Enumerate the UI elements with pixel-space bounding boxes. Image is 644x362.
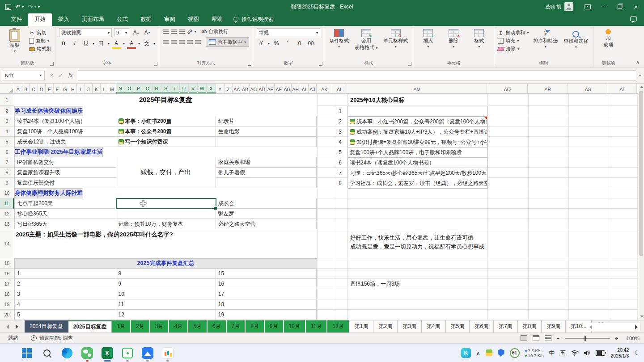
sheet-cell[interactable]: 成长会12讲，过钱关 [14,137,116,147]
wechat-button[interactable] [81,347,93,359]
copy-button[interactable]: 复制▾ [29,38,51,44]
scroll-right-icon[interactable] [635,325,638,329]
font-size-select[interactable]: 9▾ [114,28,129,37]
column-header[interactable]: A [14,84,22,93]
column-header[interactable]: AQ [487,84,528,93]
sheet-tab[interactable]: 第1周 [350,320,374,333]
restore-button[interactable] [612,0,628,13]
sheet-cell[interactable]: 复盘100讲，个人品牌100讲 [14,126,116,137]
speed-ball-icon[interactable]: 61 [510,348,520,358]
category-header-cell[interactable]: 工作事业 [14,147,38,157]
row-header[interactable]: 1 [0,94,14,106]
addins-button[interactable]: 加载项 [597,28,619,48]
zoom-slider[interactable] [565,338,610,339]
column-header[interactable]: E [46,84,54,93]
column-header[interactable]: Y [216,84,225,93]
column-header[interactable]: AA [233,84,241,93]
scroll-left-icon[interactable] [589,325,592,329]
summary-table-row[interactable]: 1815 [14,269,317,279]
horizontal-scroll-thumb[interactable] [594,323,633,331]
taskbar-search-button[interactable] [41,347,53,359]
column-header[interactable]: Q [143,84,152,93]
sheet-tab[interactable]: 第9周 [542,320,566,333]
zoom-level[interactable]: 100% [623,336,640,341]
avatar[interactable] [564,2,573,11]
quote-cell[interactable]: 好好工作，快乐生活，用心复盘，让生命有迹可循 成功既是爱，爱是一切原动力，祝福所… [350,233,484,251]
column-header[interactable]: G [61,84,69,93]
row-header[interactable]: 6 [0,147,14,157]
page-layout-view-button[interactable] [533,335,539,341]
row-header[interactable]: 12 [0,209,14,219]
dialog-launcher-icon[interactable] [154,62,157,66]
italic-button[interactable]: I [70,39,79,47]
cloud-app-button[interactable] [141,347,153,359]
column-header[interactable]: AE [267,84,275,93]
battery-icon[interactable] [596,350,605,356]
selected-cell-N11[interactable] [116,198,216,209]
dialog-launcher-icon[interactable] [319,62,322,66]
scroll-up-icon[interactable] [640,86,644,88]
sheet-tab[interactable]: 8月 [246,320,265,333]
sheet-cell[interactable] [116,209,216,219]
goal-number-cell[interactable]: 1 [333,106,347,116]
sheet-tab[interactable]: 第7周 [494,320,518,333]
delete-cells-button[interactable]: × 删除▾ [442,28,465,50]
summary-table-row[interactable]: 31017 [14,289,317,299]
row-header[interactable]: 8 [0,168,14,178]
select-all-corner[interactable] [0,84,14,93]
increase-font-icon[interactable]: A▴ [131,29,140,37]
align-right-icon[interactable] [179,40,185,44]
sheet-tab[interactable]: 第2周 [373,320,398,333]
column-header[interactable]: M [108,84,116,93]
column-header[interactable]: AB [241,84,250,93]
minimize-button[interactable] [596,0,612,13]
format-as-table-button[interactable]: ✎ 套用表格格式 ▾ [353,28,379,51]
menu-tab[interactable]: 插入 [52,13,76,26]
conditional-formatting-button[interactable]: 条件格式▾ [328,28,350,50]
column-header[interactable]: X [207,84,216,93]
category-header-cell[interactable]: 学习成长 [14,106,38,116]
column-header[interactable]: K [93,84,101,93]
sheet-cell[interactable]: 读书24本（复盘100个人物） [14,116,116,126]
sheet-tab[interactable]: 12月 [327,320,349,333]
wifi-icon[interactable] [571,350,578,356]
currency-format-icon[interactable]: ¥ [257,39,266,47]
sheet-cell[interactable]: 记账：预算10万，财务复盘 [116,219,216,229]
sheet-cell[interactable]: 本事：小红书200篇 [116,116,216,126]
decrease-decimal-icon[interactable]: .00 [305,39,315,47]
column-header[interactable]: AJ [309,84,317,93]
summary-table-row[interactable]: 51219 [14,310,317,320]
horizontal-scrollbar[interactable] [587,323,640,331]
column-header[interactable]: W [198,84,207,93]
goal-item-cell[interactable]: 复盘100讲+个人品牌100讲，电子版和印刷验货 [348,147,487,158]
volume-icon[interactable] [584,350,590,356]
sheet-tab[interactable]: 10月 [284,320,306,333]
green-yellow-tray-icon[interactable] [486,349,492,356]
align-bottom-icon[interactable] [179,29,185,34]
category-header-cell[interactable]: 人际社群 [60,188,83,198]
sheet-cell[interactable]: 带儿子暑假 [216,168,317,178]
decrease-font-icon[interactable]: A▾ [143,29,152,37]
row-header[interactable]: 11 [0,198,14,209]
menu-tab[interactable]: 开始 [28,13,52,26]
percent-format-icon[interactable]: % [272,39,281,47]
column-header[interactable]: AM [347,84,487,93]
decrease-indent-icon[interactable] [187,40,193,44]
normal-view-button[interactable] [521,335,527,341]
shield-icon[interactable] [498,349,504,357]
sheet-cell[interactable]: 本事：公众号200篇 [116,126,216,137]
row-header[interactable]: 17 [0,279,14,289]
phonetic-guide-button[interactable]: 文 [142,39,151,47]
tabs-scroll-right-icon[interactable] [16,324,18,329]
summary-table-row[interactable]: 41118 [14,299,317,310]
column-header[interactable]: Z [225,84,233,93]
goal-item-cell[interactable]: 成功案例：复盘家族10人+IP3人），公众号专栏+直播访谈 [348,127,487,137]
paste-button[interactable]: 粘贴▾ [4,28,26,54]
row-header[interactable]: 20 [0,310,14,320]
align-middle-icon[interactable] [171,29,177,34]
row-header[interactable]: 5 [0,137,14,147]
sheet-tab[interactable]: 5月 [188,320,208,333]
row-header[interactable]: 16 [0,269,14,279]
merged-goal-cell[interactable]: 赚钱，交付，产出 [116,157,216,188]
column-header[interactable]: AK [317,84,332,93]
